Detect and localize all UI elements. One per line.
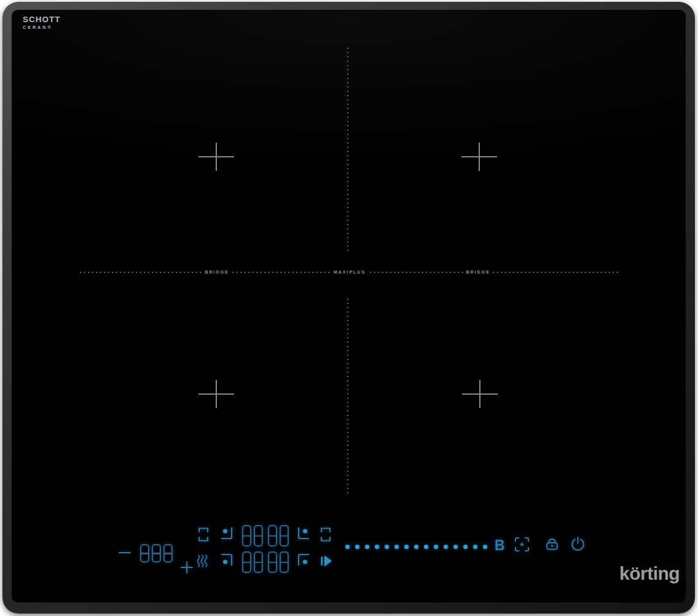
timer-display-front-left xyxy=(242,551,263,573)
pause-play-button[interactable] xyxy=(320,553,333,569)
horizontal-divider-seg4 xyxy=(492,272,618,273)
cooktop: SCHOTT CERAN® BRIDGE MAXIPLUS BRIDGE xyxy=(0,0,698,616)
bridge-label-left: BRIDGE xyxy=(203,270,231,275)
keep-warm-button[interactable] xyxy=(196,553,208,569)
korting-logo: körting xyxy=(619,564,680,583)
zone-select-rear-left-button[interactable] xyxy=(221,526,233,540)
bridge-zones-left-icon xyxy=(197,526,210,543)
schott-logo-text: SCHOTT xyxy=(23,15,61,24)
glass-surface xyxy=(12,10,686,602)
burner-marker-rear-right xyxy=(461,143,497,171)
lock-icon xyxy=(544,537,560,551)
booster-button[interactable]: B xyxy=(495,539,505,553)
timer-display-rear-left xyxy=(242,525,263,547)
zone-select-rear-right-button[interactable] xyxy=(297,526,309,540)
pause-play-icon xyxy=(320,553,333,569)
maxiplus-frame-icon xyxy=(513,535,531,553)
power-level-display xyxy=(140,544,173,563)
lock-button[interactable] xyxy=(544,537,560,551)
plus-button[interactable] xyxy=(179,560,194,575)
timer-display-front-right xyxy=(268,551,289,573)
burner-marker-front-left xyxy=(198,380,234,408)
power-icon xyxy=(570,535,586,553)
bridge-left-button[interactable] xyxy=(197,526,210,543)
zone-select-front-right-button[interactable] xyxy=(297,553,309,567)
minus-button[interactable] xyxy=(117,545,132,560)
maxiplus-button[interactable] xyxy=(513,535,531,553)
zone-rear-right-icon xyxy=(297,526,309,540)
schott-ceran-logo: SCHOTT CERAN® xyxy=(23,15,61,30)
bridge-label-right: BRIDGE xyxy=(465,270,492,275)
timer-display-rear-right xyxy=(268,525,289,547)
zone-rear-left-icon xyxy=(221,526,233,540)
bridge-right-button[interactable] xyxy=(320,526,332,543)
zone-select-front-left-button[interactable] xyxy=(221,553,233,567)
bridge-zones-right-icon xyxy=(320,526,332,543)
zone-front-right-icon xyxy=(297,553,309,567)
horizontal-divider-seg1 xyxy=(79,272,203,273)
horizontal-divider-seg3 xyxy=(369,272,465,273)
vertical-divider-rear xyxy=(347,46,348,253)
power-button[interactable] xyxy=(570,535,586,553)
ceran-logo-text: CERAN® xyxy=(23,25,61,30)
burner-marker-rear-left xyxy=(198,143,234,171)
maxiplus-label: MAXIPLUS xyxy=(331,270,369,275)
vertical-divider-front xyxy=(347,297,348,497)
power-slider[interactable] xyxy=(345,545,487,549)
horizontal-divider-seg2 xyxy=(231,272,331,273)
keep-warm-icon xyxy=(196,553,208,569)
zone-front-left-icon xyxy=(221,553,233,567)
burner-marker-front-right xyxy=(462,380,498,408)
